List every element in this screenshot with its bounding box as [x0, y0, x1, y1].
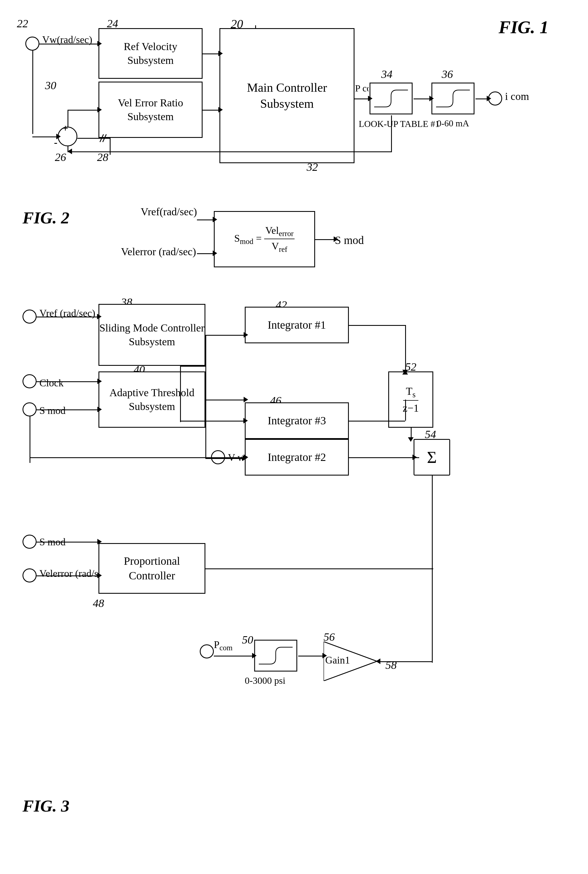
integrator3-box: Integrator #3	[245, 402, 349, 439]
line-vw-ref	[39, 44, 99, 45]
pcom-node-fig3	[200, 644, 214, 658]
arrow-to-sum	[56, 134, 61, 139]
arrow-sliding-int1	[244, 332, 248, 338]
line-28-h	[77, 138, 110, 139]
ref-28: 28	[97, 150, 108, 164]
vel-error-box: Vel Error Ratio Subsystem	[99, 82, 202, 138]
line-sum-vel	[68, 110, 99, 111]
vref-node-fig3	[22, 309, 37, 324]
ref-58: 58	[386, 658, 397, 672]
arrow-adaptive-int3	[244, 397, 248, 402]
arrow-vw-ref	[98, 41, 102, 47]
line-main-vert	[206, 335, 206, 459]
page: FIG. 1 20 22 Vw(rad/sec) 24 Ref Velocity…	[0, 0, 588, 874]
line-box-smod	[315, 239, 336, 240]
line-prop-sigma	[206, 568, 433, 569]
lookup-table-shape	[369, 82, 414, 116]
formula-box: Smod = VelerrorVref	[214, 211, 315, 267]
arrow-sum-vel	[98, 107, 102, 113]
arrow-vert-int2	[243, 455, 247, 461]
arrow-sliding-int3	[243, 418, 248, 423]
arrow-tsz-sigma	[408, 437, 414, 442]
vref-label-fig3: Vref (rad/sec)	[39, 307, 95, 320]
line-int3-tsz-v	[405, 399, 406, 420]
arrow-current-icom	[487, 96, 491, 101]
line-sum-up	[68, 110, 68, 127]
velerror-node	[22, 568, 37, 583]
line-feedback-h	[68, 152, 392, 152]
line-velerror-prop	[37, 575, 99, 576]
line-sm-right	[206, 335, 219, 336]
line-28-v	[110, 138, 111, 155]
vref-label-fig2: Vref(rad/sec)	[141, 206, 197, 218]
sliding-mode-box: Sliding Mode Controller Subsystem	[99, 304, 206, 366]
pcom-label-fig3: Pcom	[214, 639, 232, 652]
integrator1-box: Integrator #1	[245, 307, 349, 343]
vw-node	[26, 37, 39, 51]
line-int3-tsz	[349, 420, 405, 422]
line-to-sum	[32, 137, 58, 137]
arrow-box-smod	[334, 236, 338, 242]
fig2-title: FIG. 2	[22, 208, 69, 228]
arrow-velerror-prop	[98, 573, 102, 578]
range-3000-label: 0-3000 psi	[245, 675, 285, 686]
arrow-velerror-box	[213, 251, 217, 256]
gain1-triangle: Gain1	[324, 641, 380, 681]
current-shape	[430, 82, 476, 116]
line-int2-sigma	[349, 457, 419, 458]
ref-32: 32	[307, 161, 318, 174]
fig3-title: FIG. 3	[22, 796, 69, 816]
line-clock-adaptive	[37, 381, 99, 382]
arrow-main-lookup	[368, 96, 372, 101]
ref-48: 48	[93, 596, 104, 610]
arrow-ref-main	[218, 51, 223, 56]
line-prop-sigma-v	[432, 476, 433, 568]
ref-26: 26	[55, 150, 66, 164]
ref-22: 22	[17, 17, 28, 30]
line-main-out	[354, 99, 370, 99]
ref-34: 34	[381, 68, 393, 81]
line-vel-main	[202, 110, 220, 111]
line-sliding-int3-h1	[180, 366, 206, 366]
line-smod1-adaptive	[37, 409, 99, 410]
fig1-title: FIG. 1	[498, 17, 549, 38]
arrow-smod2-prop	[98, 539, 102, 545]
range-label: 0-60 mA	[421, 118, 485, 129]
arrow-vref-box	[213, 217, 217, 222]
arrow-lookup-current	[429, 96, 434, 101]
line-feedback-v	[391, 116, 392, 152]
line-ref-main	[202, 54, 220, 54]
svg-text:Gain1: Gain1	[325, 655, 350, 666]
line-int1-tsz	[349, 325, 405, 326]
smod-output-fig2: S mod	[335, 234, 364, 247]
pressure-shape	[253, 639, 298, 673]
line-vw-down	[32, 51, 33, 134]
line-sigma-gain	[377, 661, 432, 662]
line-smod2-prop	[37, 542, 99, 542]
arrow-vref-sliding	[97, 314, 102, 319]
main-controller-box: Main Controller Subsystem	[219, 28, 354, 163]
proportional-box: Proportional Controller	[99, 543, 206, 594]
line-lookup-current	[414, 99, 431, 99]
smod-label1: S mod	[39, 405, 66, 416]
line-sliding-int3-v	[180, 366, 181, 422]
arrow-smod1-adaptive	[98, 407, 102, 412]
line-3000-gain	[298, 656, 324, 656]
line-feedback-sum	[68, 146, 68, 152]
arrow-int2-sigma	[412, 455, 417, 460]
velerror-label-fig2: Velerror (rad/sec)	[121, 245, 196, 258]
lookup-label: LOOK-UP TABLE #1	[359, 118, 415, 130]
ref-36: 36	[442, 68, 453, 81]
icom-label: i com	[505, 90, 529, 102]
arrow-int3-tsz	[402, 370, 408, 374]
arrow-vel-main	[218, 107, 223, 113]
adaptive-box: Adaptive Threshold Subsystem	[99, 371, 206, 428]
line-gain-out	[377, 661, 378, 662]
integrator2-box: Integrator #2	[245, 439, 349, 476]
ref-50: 50	[242, 633, 253, 646]
line-adaptive-int3	[206, 399, 246, 400]
ref-30: 30	[45, 79, 56, 92]
line-smod1-int2-v	[30, 416, 30, 463]
smod-node1	[22, 402, 37, 416]
tsz-box: Ts z−1	[388, 371, 433, 428]
